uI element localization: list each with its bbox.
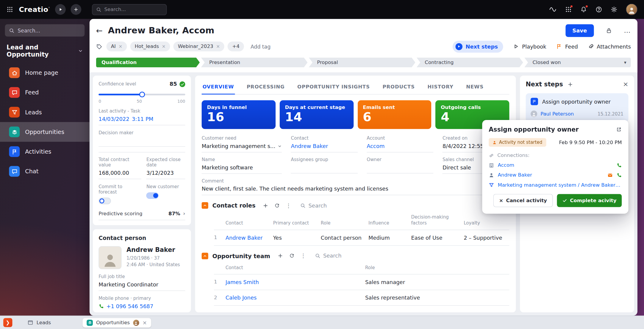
save-button[interactable]: Save	[565, 24, 594, 37]
tab-news[interactable]: NEWS	[465, 81, 484, 94]
user-avatar[interactable]	[626, 4, 637, 15]
owner-link[interactable]: Paul Peterson	[540, 111, 574, 117]
add-step-icon[interactable]	[568, 82, 573, 87]
account-link[interactable]: Accom	[367, 143, 384, 149]
stage-presentation[interactable]: Presentation	[201, 57, 307, 67]
kebab-menu-icon[interactable]: ⋮	[286, 203, 291, 208]
add-row-icon[interactable]	[278, 253, 283, 258]
contact-link[interactable]: Andrew Baker	[226, 234, 263, 241]
refresh-icon[interactable]	[274, 203, 280, 208]
sidebar-item-leads[interactable]: Leads	[0, 102, 90, 122]
stage-closed-won[interactable]: Closed won▾	[524, 57, 631, 67]
remove-tag-icon[interactable]: ×	[162, 44, 166, 49]
sidebar-item-feed[interactable]: Feed	[0, 82, 90, 102]
tab-history[interactable]: HISTORY	[427, 81, 454, 94]
stage-contracting[interactable]: Contracting	[417, 57, 523, 67]
tab-processing[interactable]: PROCESSING	[246, 81, 285, 94]
remove-tag-icon[interactable]: ×	[119, 44, 123, 49]
lock-icon[interactable]	[606, 27, 612, 34]
call-icon[interactable]	[617, 172, 622, 178]
back-icon[interactable]: ←	[96, 26, 103, 34]
new-customer-toggle[interactable]	[146, 192, 159, 199]
close-date-value[interactable]: 3/12/2023	[146, 168, 185, 179]
more-tags-chip[interactable]: +4	[228, 41, 244, 51]
messenger-launcher-icon[interactable]: ❯	[3, 318, 12, 327]
predictive-scoring-row[interactable]: Predictive scoring 87% ›	[99, 211, 185, 220]
mail-icon[interactable]	[607, 172, 613, 178]
tag-chip[interactable]: AI×	[106, 41, 127, 51]
column-header[interactable]: Contact	[226, 261, 365, 274]
stage-qualification[interactable]: Qualification	[96, 57, 200, 67]
column-header[interactable]: Role	[321, 211, 368, 230]
column-header[interactable]: Decision-making factors	[411, 211, 464, 230]
tag-chip[interactable]: Hot_leads×	[130, 41, 170, 51]
close-tab-icon[interactable]: ×	[143, 320, 147, 325]
contact-photo[interactable]	[99, 246, 121, 269]
contact-link[interactable]: James Smith	[226, 279, 259, 285]
commit-forecast-toggle[interactable]	[99, 198, 111, 204]
total-contract-value[interactable]: 168,000.00	[99, 168, 141, 179]
table-row[interactable]: 1 James Smith Sales manager	[214, 274, 509, 290]
column-header[interactable]: Contact	[226, 211, 273, 230]
comment-input[interactable]: New client, first sale. The client needs…	[202, 184, 509, 195]
contact-link[interactable]: Caleb Jones	[226, 294, 257, 301]
copilot-icon[interactable]	[549, 6, 557, 13]
confidence-slider[interactable]	[99, 92, 185, 97]
taskbar-tab-opportunities[interactable]: Opportunities ×	[83, 318, 151, 328]
complete-activity-button[interactable]: Complete acivity	[557, 194, 622, 207]
next-step-item[interactable]: Assign opportunity owner Paul Peterson 1…	[526, 93, 629, 122]
column-header[interactable]: Influence	[368, 211, 411, 230]
account-link[interactable]: Accom	[498, 162, 515, 168]
tab-products[interactable]: PRODUCTS	[382, 81, 416, 94]
status-badge[interactable]: Activity not started	[489, 138, 546, 147]
call-icon[interactable]	[617, 163, 622, 168]
add-row-icon[interactable]	[263, 203, 268, 208]
workspace-selector[interactable]: Lead and Opportunity	[5, 37, 85, 63]
table-row[interactable]: 1 Andrew Baker Yes Contact person Medium…	[214, 230, 509, 245]
sidebar-item-activities[interactable]: Activities	[0, 142, 90, 161]
section-search[interactable]: Search	[315, 253, 341, 259]
tab-opportunity-insights[interactable]: OPPORTUNITY INSIGHTS	[296, 81, 371, 94]
attachments-button[interactable]: Attachments	[588, 43, 631, 50]
quick-add-button[interactable]	[71, 4, 81, 15]
refresh-icon[interactable]	[289, 253, 294, 258]
last-activity-date-link[interactable]: 14/03/2022	[99, 116, 129, 122]
global-search-input[interactable]	[104, 7, 162, 12]
owner-input[interactable]	[367, 162, 433, 173]
sidebar-item-chat[interactable]: Chat	[0, 161, 90, 181]
assignees-group-input[interactable]	[291, 162, 358, 173]
close-panel-icon[interactable]: ×	[623, 81, 629, 88]
run-process-button[interactable]	[55, 4, 66, 15]
stage-proposal[interactable]: Proposal	[309, 57, 415, 67]
add-tag-button[interactable]: Add tag	[251, 43, 271, 50]
action-center-icon[interactable]	[565, 6, 572, 13]
last-activity-time-link[interactable]: 3:11 PM	[132, 116, 153, 122]
cancel-activity-button[interactable]: × Cancel activity	[493, 194, 553, 207]
table-row[interactable]: 2 Caleb Jones Sales representative	[214, 290, 509, 305]
collapse-section-icon[interactable]	[202, 202, 208, 209]
app-launcher-icon[interactable]	[7, 6, 13, 13]
collapse-section-icon[interactable]	[202, 252, 208, 259]
decision-maker-value[interactable]	[99, 135, 185, 146]
column-header[interactable]: Role	[365, 261, 509, 274]
sidebar-item-home[interactable]: Home page	[0, 63, 90, 82]
contact-link[interactable]: Andrew Baker	[498, 172, 532, 178]
name-input[interactable]: Marketing software	[202, 162, 282, 174]
notifications-bell-icon[interactable]	[580, 6, 587, 13]
column-header[interactable]: Primary contact	[273, 211, 321, 230]
taskbar-tab-leads[interactable]: Leads	[23, 318, 55, 328]
feed-button[interactable]: Feed	[556, 43, 578, 50]
tab-overview[interactable]: OVERVIEW	[202, 81, 235, 95]
remove-tag-icon[interactable]: ×	[216, 44, 220, 49]
customer-need-select[interactable]: Marketing management s...	[202, 141, 282, 152]
section-search[interactable]: Search	[300, 202, 327, 209]
sidebar-search[interactable]	[5, 24, 85, 36]
open-record-icon[interactable]	[616, 127, 622, 132]
global-search[interactable]	[92, 4, 167, 15]
playbook-button[interactable]: Playbook	[513, 43, 546, 50]
kebab-menu-icon[interactable]: ⋮	[301, 253, 306, 258]
next-steps-button[interactable]: Next steps	[452, 40, 503, 52]
help-icon[interactable]	[595, 6, 602, 13]
chevron-down-icon[interactable]: ▾	[624, 60, 626, 65]
contact-link[interactable]: Andrew Baker	[291, 143, 328, 149]
